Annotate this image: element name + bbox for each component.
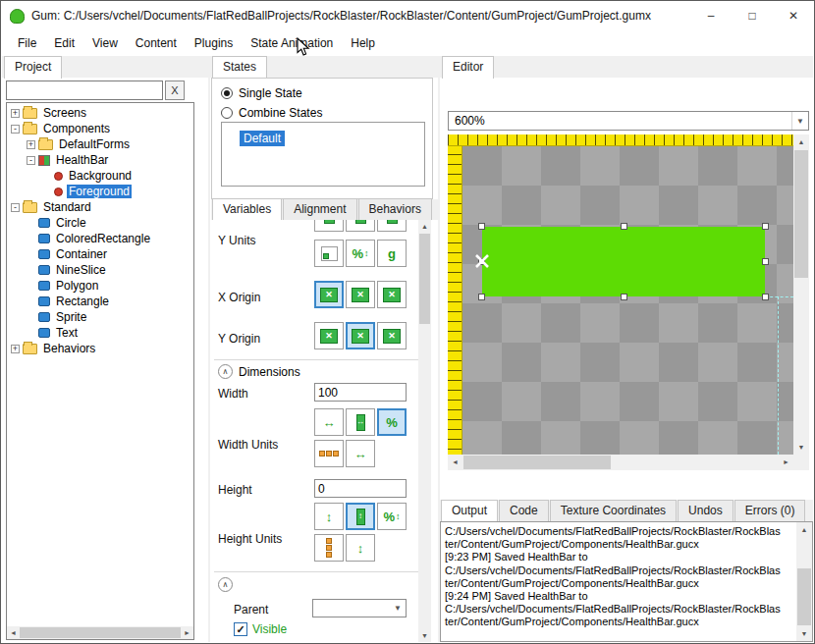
single-state-radio[interactable]: Single State — [221, 86, 302, 100]
height-units-file-button[interactable] — [314, 534, 344, 562]
y-units-option-button[interactable] — [377, 220, 407, 232]
menu-plugins[interactable]: Plugins — [186, 31, 242, 55]
tree-item-background[interactable]: Background — [8, 168, 192, 184]
tab-code[interactable]: Code — [499, 500, 549, 521]
tab-behaviors[interactable]: Behaviors — [358, 198, 432, 220]
tree-item-nineslice[interactable]: NineSlice — [8, 262, 192, 278]
menu-state-animation[interactable]: State Animation — [242, 31, 342, 55]
scroll-up-icon[interactable]: ▲ — [793, 134, 809, 149]
tree-item-container[interactable]: Container — [8, 246, 192, 262]
scroll-right-icon[interactable]: ► — [181, 626, 193, 639]
tree-item-healthbar[interactable]: - HealthBar — [8, 152, 192, 168]
scroll-up-icon[interactable]: ▲ — [418, 220, 431, 233]
search-clear-button[interactable]: X — [165, 80, 185, 100]
combine-states-radio[interactable]: Combine States — [221, 106, 322, 120]
resize-handle-top-right[interactable] — [762, 223, 769, 230]
scroll-left-icon[interactable]: ◄ — [448, 455, 462, 470]
variables-vertical-scrollbar[interactable]: ▲ ▼ — [418, 220, 431, 642]
tab-undos[interactable]: Undos — [678, 500, 734, 521]
tree-item-behaviors[interactable]: + Behaviors — [8, 341, 192, 356]
menu-help[interactable]: Help — [342, 31, 384, 55]
height-input[interactable] — [314, 479, 407, 498]
y-units-pixels-from-bottom-button[interactable] — [314, 240, 344, 267]
scroll-up-icon[interactable]: ▲ — [796, 522, 812, 537]
tab-project[interactable]: Project — [4, 56, 62, 79]
resize-handle-top-left[interactable] — [478, 223, 485, 230]
width-units-absolute-button[interactable]: ↔ — [314, 408, 344, 436]
width-units-relative-button[interactable]: ↔ — [346, 408, 375, 436]
expander-icon[interactable]: + — [27, 140, 35, 149]
resize-handle-middle-right[interactable] — [762, 258, 769, 265]
height-units-children-button[interactable]: ↕ — [346, 534, 375, 562]
collapse-parent-button[interactable]: ∧ — [218, 577, 233, 592]
parent-dropdown[interactable]: ▼ — [312, 599, 407, 617]
y-units-percent-button[interactable]: %↕ — [346, 240, 375, 267]
menu-view[interactable]: View — [83, 31, 127, 55]
width-units-percent-button[interactable]: % — [377, 408, 407, 436]
output-vertical-scrollbar[interactable]: ▲ ▼ — [796, 522, 812, 641]
search-input[interactable] — [6, 80, 163, 100]
height-units-relative-button[interactable]: ↕ — [346, 503, 375, 530]
expander-icon[interactable]: - — [11, 125, 20, 134]
tab-output[interactable]: Output — [441, 500, 498, 522]
tree-item-circle[interactable]: Circle — [8, 215, 192, 231]
visible-checkbox[interactable]: ✓ — [234, 622, 247, 636]
scroll-down-icon[interactable]: ▼ — [793, 440, 809, 455]
minimize-button[interactable]: – — [690, 1, 732, 30]
tree-item-screens[interactable]: + Screens — [8, 105, 192, 121]
scroll-left-icon[interactable]: ◄ — [7, 626, 20, 639]
resize-handle-top-center[interactable] — [621, 223, 627, 230]
collapse-dimensions-button[interactable]: ∧ — [218, 364, 233, 379]
tree-horizontal-scrollbar[interactable]: ◄ ► — [7, 626, 193, 639]
y-units-option-button[interactable] — [314, 220, 344, 232]
tree-item-components[interactable]: - Components — [8, 121, 192, 136]
tab-variables[interactable]: Variables — [212, 198, 282, 221]
tree-item-defaultforms[interactable]: + DefaultForms — [8, 136, 192, 152]
scroll-down-icon[interactable]: ▼ — [418, 629, 431, 642]
height-units-percent-button[interactable]: %↕ — [377, 503, 407, 530]
tree-item-coloredrectangle[interactable]: ColoredRectangle — [8, 231, 192, 246]
tree-item-foreground[interactable]: Foreground — [8, 184, 192, 199]
scroll-right-icon[interactable]: ► — [779, 455, 793, 470]
y-origin-top-button[interactable]: ✕ — [314, 322, 344, 349]
tree-item-standard[interactable]: - Standard — [8, 199, 192, 215]
y-origin-bottom-button[interactable]: ✕ — [377, 322, 407, 349]
menu-content[interactable]: Content — [127, 31, 186, 55]
height-units-absolute-button[interactable]: ↕ — [314, 503, 344, 530]
canvas-horizontal-scrollbar[interactable]: ◄ ► — [448, 455, 793, 470]
tree-item-sprite[interactable]: Sprite — [8, 309, 192, 325]
state-item-default[interactable]: Default — [240, 131, 285, 146]
resize-handle-bottom-center[interactable] — [621, 294, 627, 300]
close-button[interactable]: ✕ — [773, 1, 814, 30]
y-origin-center-button[interactable]: ✕ — [346, 322, 375, 349]
menu-file[interactable]: File — [9, 31, 45, 55]
scrollbar-thumb[interactable] — [794, 150, 808, 278]
expander-icon[interactable]: + — [11, 345, 20, 353]
expander-icon[interactable]: + — [11, 109, 20, 118]
x-origin-right-button[interactable]: ✕ — [377, 281, 407, 308]
tree-item-text[interactable]: Text — [8, 325, 192, 341]
y-units-option-button[interactable] — [346, 220, 375, 232]
scrollbar-thumb[interactable] — [419, 234, 430, 324]
resize-handle-bottom-right[interactable] — [762, 294, 769, 300]
tab-states[interactable]: States — [212, 56, 267, 79]
tab-texture-coordinates[interactable]: Texture Coordinates — [550, 500, 677, 521]
width-units-children-button[interactable]: ↔ — [346, 440, 375, 467]
y-units-baseline-button[interactable]: g — [377, 240, 407, 267]
tab-errors[interactable]: Errors (0) — [734, 500, 806, 521]
width-units-file-button[interactable] — [314, 440, 344, 467]
scrollbar-thumb[interactable] — [463, 456, 611, 469]
tab-alignment[interactable]: Alignment — [283, 198, 356, 220]
canvas-vertical-scrollbar[interactable]: ▲ ▼ — [793, 134, 809, 455]
zoom-dropdown[interactable]: 600% ▼ — [448, 111, 809, 131]
menu-edit[interactable]: Edit — [45, 31, 83, 55]
expander-icon[interactable]: - — [27, 156, 35, 165]
tree-item-rectangle[interactable]: Rectangle — [8, 294, 192, 309]
scroll-down-icon[interactable]: ▼ — [796, 626, 812, 641]
maximize-button[interactable]: □ — [732, 1, 773, 30]
foreground-rectangle[interactable] — [482, 227, 765, 296]
scrollbar-thumb[interactable] — [20, 627, 181, 638]
width-input[interactable] — [314, 383, 407, 402]
tab-editor[interactable]: Editor — [442, 56, 494, 79]
x-origin-center-button[interactable]: ✕ — [346, 281, 375, 308]
